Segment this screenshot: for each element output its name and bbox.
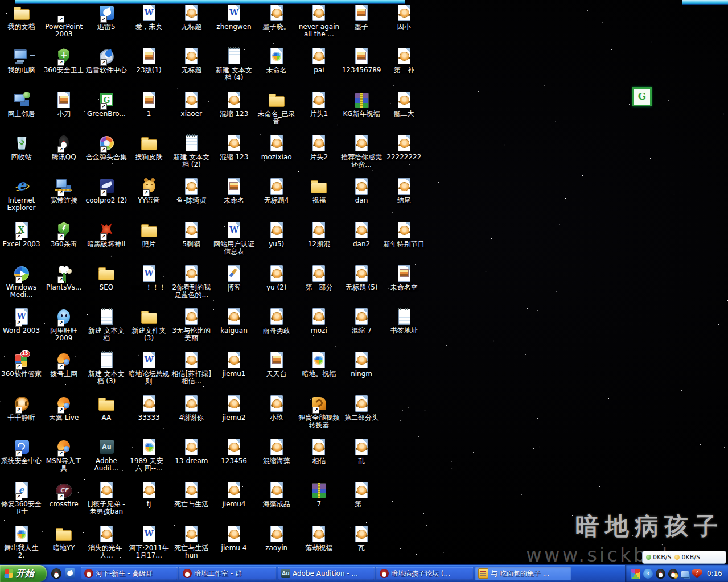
desktop-icon[interactable]: 雨哥勇敢 [255, 307, 298, 335]
desktop-icon[interactable]: 123456 [213, 437, 256, 465]
desktop-icon[interactable]: 因小 [382, 3, 425, 31]
desktop-icon[interactable]: 小玖 [255, 394, 298, 422]
desktop-icon[interactable]: 暗地。祝福 [298, 350, 340, 378]
desktop-icon[interactable]: 混缩 123 [213, 134, 256, 161]
desktop-icon[interactable]: 海藻成品 [255, 481, 298, 508]
desktop-icon[interactable]: ↗合金弹头合集 [85, 134, 127, 161]
desktop-icon[interactable]: ↗狸窝全能视频转换器 [298, 394, 340, 429]
desktop-icon[interactable]: 墨子 [340, 3, 383, 31]
desktop-icon[interactable]: ↗MSN导入工具 [43, 437, 85, 472]
desktop-icon[interactable]: ↗crossfire [43, 481, 85, 508]
desktop-icon[interactable]: 22222222 [382, 134, 425, 161]
desktop-icon[interactable]: ↗腾讯QQ [43, 134, 85, 161]
desktop-icon[interactable]: SEO [85, 264, 127, 291]
desktop-icon[interactable]: 结尾 [382, 177, 425, 204]
desktop-icon[interactable]: ↗迅雷5 [85, 3, 127, 31]
desktop-icon[interactable]: 未命名 [213, 177, 256, 204]
desktop-icon[interactable]: 无标题 [170, 47, 213, 74]
desktop-icon[interactable]: zhengwen [213, 3, 256, 31]
desktop-icon[interactable]: 第二补 [382, 47, 425, 74]
desktop-icon[interactable]: 鱼-陈绮贞 [170, 177, 213, 204]
desktop-icon[interactable]: 博客 [213, 264, 256, 291]
desktop-icon[interactable]: ↗360杀毒 [43, 221, 85, 248]
desktop-icon[interactable]: ↗千千静听 [0, 394, 43, 422]
desktop-icon[interactable]: KG新年祝福 [340, 90, 383, 118]
desktop-icon[interactable]: Adobe Audit... [85, 437, 127, 472]
desktop-icon[interactable]: []筷子兄弟 - 老男孩ban [85, 481, 127, 515]
desktop-icon[interactable]: ↗Word 2003 [0, 307, 43, 335]
desktop-icon[interactable]: Internet Explorer [0, 177, 43, 212]
desktop-icon[interactable]: 未命名_已录音 [255, 90, 298, 125]
desktop-icon[interactable]: 暗地论坛总规则 [127, 350, 170, 385]
taskbar-task[interactable]: 暗地病孩子论坛 (... [376, 567, 473, 580]
desktop-icon[interactable]: 爱，未央 [127, 3, 170, 31]
desktop-icon[interactable]: 相信[苏打绿]相信... [170, 350, 213, 385]
desktop-icon[interactable]: 骶二大 [382, 90, 425, 118]
desktop-icon[interactable]: 无标题 (5) [340, 264, 383, 291]
thunder-icon[interactable] [65, 568, 75, 579]
desktop-icon[interactable]: mozixiao [255, 134, 298, 161]
desktop-icon[interactable]: 祝福 [298, 177, 340, 204]
qq-icon[interactable] [51, 568, 61, 579]
desktop-icon[interactable]: ↗宽带连接 [43, 177, 85, 204]
desktop-icon[interactable]: yu (2) [255, 264, 298, 291]
desktop-icon[interactable]: ↗360软件管家 [0, 350, 43, 378]
desktop-icon[interactable]: 乱 [340, 437, 383, 465]
desktop-icon[interactable]: 消失的光年-大... [85, 525, 127, 559]
desktop-icon[interactable]: 回收站 [0, 134, 43, 161]
desktop-icon[interactable]: 落劫祝福 [298, 525, 340, 552]
desktop-icon[interactable]: 墨子晓。 [255, 3, 298, 31]
desktop-icon[interactable]: 书签地址 [382, 307, 425, 335]
desktop-icon[interactable]: zaoyin [255, 525, 298, 552]
desktop-icon[interactable]: 混缩 7 [340, 307, 383, 335]
desktop-icon[interactable]: ↗PowerPoint 2003 [43, 3, 85, 38]
desktop-icon[interactable]: 死亡与生活 hun [170, 525, 213, 559]
taskbar-task[interactable]: 与 吃面包的兔子 ... [475, 567, 571, 580]
desktop-icon[interactable]: 天天台 [255, 350, 298, 378]
desktop-icon[interactable]: 搜狗皮肤 [127, 134, 170, 161]
desktop-icon[interactable]: 2你看到的我是蓝色的... [170, 264, 213, 299]
desktop-icon[interactable]: 3无与伦比的美丽 [170, 307, 213, 342]
desktop-icon[interactable]: 未命名空 [382, 264, 425, 291]
desktop-icon[interactable]: 片头2 [298, 134, 340, 161]
desktop-icon[interactable]: 新建文件夹 (3) [127, 307, 170, 342]
desktop-icon[interactable]: 新建 文本文档 (3) [85, 350, 127, 385]
desktop-icon[interactable]: 13-dream [170, 437, 213, 465]
desktop-icon[interactable]: 相信 [298, 437, 340, 465]
desktop-icon[interactable]: ↗暗黑破坏神II [85, 221, 127, 248]
desktop-icon[interactable]: jiemu1 [213, 350, 256, 378]
desktop-icon[interactable]: dan2 [340, 221, 383, 248]
chevron-left-icon[interactable]: ‹ [643, 569, 653, 579]
desktop-icon[interactable]: ↗迅雷软件中心 [85, 47, 127, 74]
desktop-icon[interactable]: 5刺猬 [170, 221, 213, 248]
desktop-icon[interactable]: mozi [298, 307, 340, 335]
desktop-icon[interactable]: 1 [127, 90, 170, 118]
network-speed-widget[interactable]: 0KB/S 0KB/S [642, 551, 726, 564]
desktop-icon[interactable]: ↗拨号上网 [43, 350, 85, 378]
desktop-icon[interactable]: 7 [298, 481, 340, 508]
taskbar-task[interactable]: 暗地工作室 - 群 [179, 567, 276, 580]
desktop-icon[interactable]: 推荐给你感觉还蛮... [340, 134, 383, 168]
desktop-icon[interactable]: pai [298, 47, 340, 74]
desktop-icon[interactable]: ↗PlantsVs... [43, 264, 85, 291]
desktop-icon[interactable]: ↗Excel 2003 [0, 221, 43, 248]
desktop-icon[interactable]: 第二 [340, 481, 383, 508]
network-icon[interactable] [681, 571, 689, 578]
desktop-icon[interactable]: ↗YY语音 [127, 177, 170, 204]
desktop-icon[interactable]: dan [340, 177, 383, 204]
desktop-icon[interactable]: 暗地YY [43, 525, 85, 552]
desktop-icon[interactable]: 12期混 [298, 221, 340, 248]
desktop-icon[interactable]: jiemu 4 [213, 525, 256, 552]
hidden-window-top-edge-right[interactable] [682, 0, 728, 5]
desktop-icon[interactable]: 舞出我人生 2. [0, 525, 43, 559]
taskbar-task[interactable]: 河下-新生 - 高级群 [81, 567, 178, 580]
desktop-icon[interactable]: 23版(1) [127, 47, 170, 74]
desktop-icon[interactable]: 片头1 [298, 90, 340, 118]
desktop-icon[interactable]: 无标题 [170, 3, 213, 31]
desktop-icon[interactable]: ↗Windows Medi... [0, 264, 43, 299]
shield-icon[interactable] [692, 569, 702, 579]
desktop-icon[interactable]: 混缩 123 [213, 90, 256, 118]
desktop-icon[interactable]: 网站用户认证信息表 [213, 221, 256, 255]
desktop-icon[interactable]: 新年特别节目 [382, 221, 425, 248]
desktop-icon[interactable]: ↗系统安全中心 [0, 437, 43, 465]
